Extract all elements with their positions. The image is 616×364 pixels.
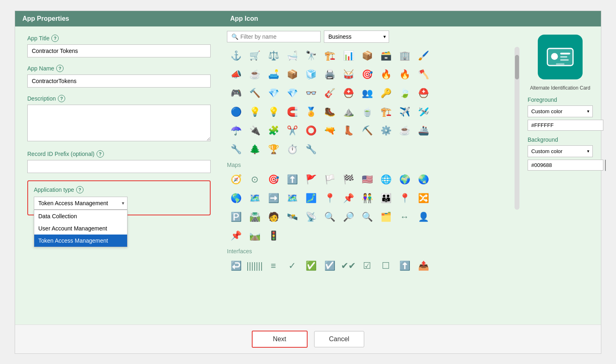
icon-group[interactable]: 👥 (358, 84, 376, 102)
icon-binoculars[interactable]: 🔭 (302, 47, 320, 65)
foreground-hex-input[interactable] (528, 120, 603, 131)
foreground-select-wrapper[interactable]: Custom color (528, 105, 593, 117)
icon-scissors[interactable]: ✂️ (283, 122, 301, 140)
icon-oval[interactable]: ⭕ (302, 122, 320, 140)
icon-wrench[interactable]: 🔧 (302, 140, 320, 158)
icon-verified[interactable]: ☑️ (321, 257, 339, 275)
icon-bathtub[interactable]: 🛁 (283, 47, 301, 65)
icon-barcode[interactable]: ||||||| (246, 257, 264, 275)
icon-couch[interactable]: 🛋️ (264, 66, 282, 83)
app-type-dropdown[interactable]: Data Collection User Account Management … (34, 210, 128, 247)
icon-building[interactable]: 🏗️ (321, 47, 339, 65)
icon-search-zoom[interactable]: 🔍 (321, 208, 339, 226)
icon-compass2[interactable]: ⊙ (246, 171, 264, 189)
icon-coffee[interactable]: ☕ (246, 66, 264, 83)
icon-plug[interactable]: 🔌 (246, 122, 264, 140)
icon-flag2[interactable]: 🏳️ (321, 171, 339, 189)
icon-checked[interactable]: ✅ (302, 257, 320, 275)
icon-zoom-in[interactable]: 🔍 (358, 208, 376, 226)
icon-puzzle[interactable]: 🧩 (264, 122, 282, 140)
icon-map[interactable]: 🗺️ (283, 189, 301, 207)
icon-cubes[interactable]: 🧊 (302, 66, 320, 83)
icon-plane[interactable]: ✈️ (396, 103, 414, 121)
icon-barrel[interactable]: 🥁 (339, 66, 357, 83)
icon-cart[interactable]: 🛒 (246, 47, 264, 65)
icon-bulb2[interactable]: 💡 (264, 103, 282, 121)
icon-blocks[interactable]: 🏢 (396, 47, 414, 65)
icon-signal[interactable]: 📡 (302, 208, 320, 226)
icon-checkbox[interactable]: ☑ (358, 257, 376, 275)
icon-bulb[interactable]: 💡 (246, 103, 264, 121)
icon-drum[interactable]: 🎯 (358, 66, 376, 83)
app-title-help-icon[interactable]: ? (51, 35, 59, 42)
icon-persons[interactable]: 👫 (358, 189, 376, 207)
app-type-select[interactable]: Token Access Management (34, 197, 128, 210)
description-help-icon[interactable]: ? (58, 95, 65, 102)
app-name-input[interactable] (27, 75, 211, 88)
icon-cube[interactable]: 📦 (283, 66, 301, 83)
icon-road[interactable]: 🛣️ (246, 208, 264, 226)
icon-menu[interactable]: ≡ (264, 257, 282, 275)
icon-timer[interactable]: ⏱️ (283, 140, 301, 158)
description-input[interactable] (27, 105, 211, 141)
icon-medal[interactable]: 🏅 (302, 103, 320, 121)
icon-shovel[interactable]: ⛏️ (358, 122, 376, 140)
icon-flag3[interactable]: 🏁 (339, 171, 357, 189)
icon-parking[interactable]: 🅿️ (227, 208, 245, 226)
icon-direction[interactable]: ⬆️ (283, 171, 301, 189)
icon-person2[interactable]: 👤 (414, 208, 432, 226)
icon-pin2[interactable]: 📌 (339, 189, 357, 207)
icon-globe5[interactable]: 🗺️ (246, 189, 264, 207)
icon-location[interactable]: 📍 (396, 189, 414, 207)
icon-flag4[interactable]: 🇺🇸 (358, 171, 376, 189)
icon-roadway[interactable]: 🛤️ (246, 227, 264, 245)
icon-lifesaver[interactable]: ⛑️ (414, 84, 432, 102)
app-type-help-icon[interactable]: ? (76, 186, 84, 193)
icon-gem2[interactable]: 💎 (283, 84, 301, 102)
icon-persons2[interactable]: 👪 (377, 189, 395, 207)
icon-magnet[interactable]: 🧲 (283, 103, 301, 121)
icon-gamepad[interactable]: 🎮 (227, 84, 245, 102)
icon-box[interactable]: 📦 (358, 47, 376, 65)
icon-globe3[interactable]: 🌏 (414, 171, 432, 189)
app-type-select-wrapper[interactable]: Token Access Management ▾ (34, 197, 128, 210)
app-title-input[interactable] (27, 44, 211, 57)
icon-doublecheck[interactable]: ✔✔ (339, 257, 357, 275)
icon-register[interactable]: 🖨️ (321, 66, 339, 83)
icon-leaf[interactable]: 🍃 (396, 84, 414, 102)
icon-boot[interactable]: 🥾 (321, 103, 339, 121)
icon-pin[interactable]: 📍 (321, 189, 339, 207)
icon-megaphone[interactable]: 📣 (227, 66, 245, 83)
icon-gem[interactable]: 💎 (264, 84, 282, 102)
icon-tools[interactable]: 🔧 (227, 140, 245, 158)
icon-guitar[interactable]: 🎸 (321, 84, 339, 102)
icon-compass[interactable]: 🧭 (227, 171, 245, 189)
icon-umbrella[interactable]: ☂️ (227, 122, 245, 140)
icon-plane2[interactable]: 🛩️ (414, 103, 432, 121)
icon-axe[interactable]: 🪓 (414, 66, 432, 83)
icon-lifering[interactable]: 🔵 (227, 103, 245, 121)
icon-directions[interactable]: 🔀 (414, 189, 432, 207)
next-button[interactable]: Next (252, 331, 308, 348)
icon-globe1[interactable]: 🌐 (377, 171, 395, 189)
category-select-wrapper[interactable]: Business Maps Interfaces (324, 31, 389, 43)
icon-mountain[interactable]: ⛰️ (339, 103, 357, 121)
icon-person-loc[interactable]: 🧑 (264, 208, 282, 226)
category-select[interactable]: Business Maps Interfaces (324, 31, 389, 43)
icon-tree[interactable]: 🌲 (246, 140, 264, 158)
icon-scrollbar[interactable] (515, 47, 519, 210)
dropdown-item-data-collection[interactable]: Data Collection (34, 210, 127, 222)
icon-mapfold[interactable]: 🗾 (302, 189, 320, 207)
app-name-help-icon[interactable]: ? (56, 65, 64, 72)
icon-search-input[interactable] (240, 33, 316, 40)
background-hex-input[interactable] (528, 160, 603, 171)
icon-fire2[interactable]: 🔥 (396, 66, 414, 83)
icon-boots[interactable]: 👢 (339, 122, 357, 140)
icon-traffic[interactable]: 🚦 (264, 227, 282, 245)
icon-zoom-out[interactable]: 🔎 (339, 208, 357, 226)
icon-scales[interactable]: ⚖️ (264, 47, 282, 65)
icon-brush[interactable]: 🖌️ (414, 47, 432, 65)
cancel-button[interactable]: Cancel (314, 331, 365, 347)
background-color-swatch[interactable] (605, 160, 606, 171)
icon-flag1[interactable]: 🚩 (302, 171, 320, 189)
